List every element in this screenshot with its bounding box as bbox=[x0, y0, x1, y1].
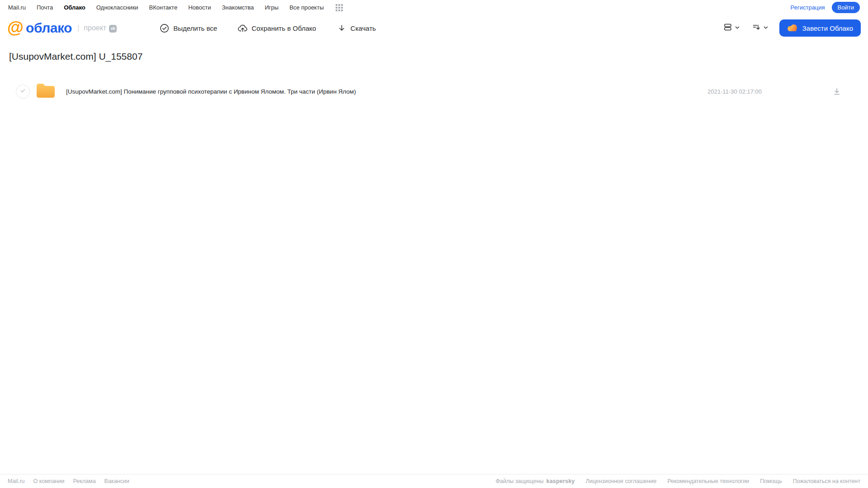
view-toggle-icon bbox=[723, 23, 732, 33]
portal-nav: Mail.ru Почта Облако Одноклассники ВКонт… bbox=[0, 0, 868, 15]
apps-grid-icon[interactable] bbox=[336, 4, 343, 11]
main-content: [UsupovMarket.com] U_155807 [UsupovMarke… bbox=[0, 51, 868, 102]
toolbar-right-controls: Завести Облако bbox=[723, 19, 861, 37]
portal-nav-links: Mail.ru Почта Облако Одноклассники ВКонт… bbox=[8, 4, 343, 11]
row-checkbox[interactable] bbox=[16, 85, 30, 99]
footer-left-links: Mail.ru О компании Реклама Вакансии bbox=[8, 478, 129, 484]
select-all-label: Выделить все bbox=[173, 24, 217, 32]
download-button[interactable]: Скачать bbox=[337, 24, 376, 33]
footer-right-links: Файлы защищены kaspersky Лицензионное со… bbox=[496, 478, 860, 484]
checkmark-icon bbox=[20, 87, 26, 95]
folder-icon bbox=[36, 82, 56, 101]
view-toggle-dropdown[interactable] bbox=[723, 23, 740, 33]
footer-link-ads[interactable]: Реклама bbox=[73, 478, 95, 484]
nav-item-mailru[interactable]: Mail.ru bbox=[8, 4, 26, 11]
cloud-toolbar: @ облако | проект vk Выделить все Сохран… bbox=[0, 15, 868, 41]
portal-nav-auth: Регистрация Войти bbox=[791, 2, 860, 13]
cloud-icon bbox=[787, 24, 798, 33]
footer-link-about[interactable]: О компании bbox=[33, 478, 65, 484]
logo-project-label: проект bbox=[84, 24, 106, 32]
toolbar-actions: Выделить все Сохранить в Облако Скачать bbox=[160, 24, 376, 33]
registration-link[interactable]: Регистрация bbox=[791, 4, 825, 11]
file-date: 2021-11-30 02:17:00 bbox=[707, 88, 762, 95]
footer: Mail.ru О компании Реклама Вакансии Файл… bbox=[0, 474, 868, 488]
file-name[interactable]: [UsupovMarket.com] Понимание групповой п… bbox=[66, 88, 707, 95]
get-cloud-button[interactable]: Завести Облако bbox=[779, 19, 861, 37]
nav-item-pochta[interactable]: Почта bbox=[37, 4, 53, 11]
chevron-down-icon bbox=[735, 24, 740, 32]
footer-link-license[interactable]: Лицензионное соглашение bbox=[586, 478, 657, 484]
footer-link-jobs[interactable]: Вакансии bbox=[104, 478, 129, 484]
select-all-button[interactable]: Выделить все bbox=[160, 24, 217, 33]
footer-link-report[interactable]: Пожаловаться на контент bbox=[793, 478, 860, 484]
kaspersky-logo[interactable]: kaspersky bbox=[546, 478, 575, 484]
logo-separator: | bbox=[77, 24, 79, 33]
sort-icon bbox=[752, 23, 761, 33]
download-arrow-icon bbox=[337, 24, 346, 33]
cloud-upload-icon bbox=[238, 24, 247, 33]
sort-dropdown[interactable] bbox=[752, 23, 768, 33]
footer-link-mailru[interactable]: Mail.ru bbox=[8, 478, 25, 484]
login-button[interactable]: Войти bbox=[832, 2, 860, 13]
nav-item-igry[interactable]: Игры bbox=[265, 4, 279, 11]
get-cloud-label: Завести Облако bbox=[802, 24, 853, 32]
cloud-logo[interactable]: @ облако | проект vk bbox=[7, 20, 117, 36]
download-underline-icon[interactable] bbox=[832, 87, 841, 96]
nav-item-oblako[interactable]: Облако bbox=[64, 4, 85, 11]
page-title: [UsupovMarket.com] U_155807 bbox=[9, 51, 859, 62]
logo-text: облако bbox=[26, 20, 72, 36]
footer-link-help[interactable]: Помощь bbox=[760, 478, 782, 484]
nav-item-novosti[interactable]: Новости bbox=[188, 4, 211, 11]
download-label: Скачать bbox=[351, 24, 376, 32]
circle-check-icon bbox=[160, 24, 169, 33]
save-to-cloud-label: Сохранить в Облако bbox=[251, 24, 316, 32]
at-logo-icon: @ bbox=[7, 19, 24, 36]
protected-text: Файлы защищены bbox=[496, 478, 544, 484]
chevron-down-icon bbox=[763, 24, 768, 32]
save-to-cloud-button[interactable]: Сохранить в Облако bbox=[238, 24, 316, 33]
file-row[interactable]: [UsupovMarket.com] Понимание групповой п… bbox=[9, 81, 859, 102]
files-protected-label: Файлы защищены kaspersky bbox=[496, 478, 575, 484]
footer-link-recommendations[interactable]: Рекомендательные технологии bbox=[667, 478, 749, 484]
vk-badge-icon: vk bbox=[109, 25, 117, 33]
nav-item-vse-proekty[interactable]: Все проекты bbox=[289, 4, 324, 11]
nav-item-vkontakte[interactable]: ВКонтакте bbox=[149, 4, 178, 11]
nav-item-odnoklassniki[interactable]: Одноклассники bbox=[96, 4, 138, 11]
nav-item-znakomstva[interactable]: Знакомства bbox=[222, 4, 254, 11]
